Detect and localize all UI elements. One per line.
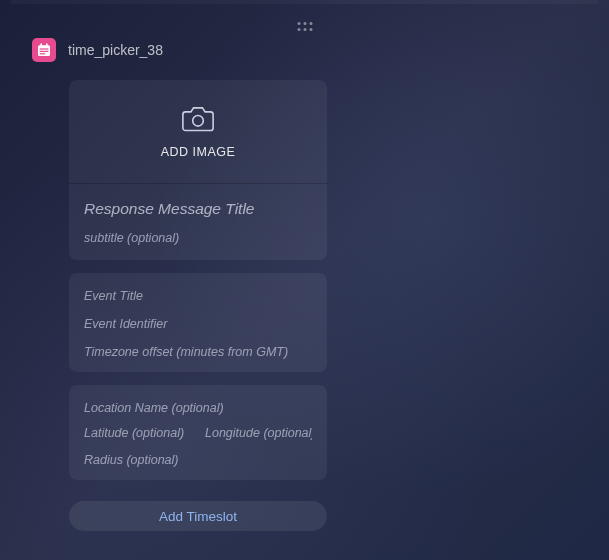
timezone-offset-input[interactable] xyxy=(84,345,312,359)
svg-rect-3 xyxy=(40,48,49,49)
svg-rect-5 xyxy=(40,53,46,54)
event-identifier-input[interactable] xyxy=(84,317,312,331)
svg-rect-2 xyxy=(46,43,48,46)
add-image-label: ADD IMAGE xyxy=(161,145,236,159)
location-details-card xyxy=(69,385,327,480)
svg-rect-1 xyxy=(40,43,42,46)
component-title: time_picker_38 xyxy=(68,42,163,58)
svg-point-6 xyxy=(193,115,204,126)
add-image-button[interactable]: ADD IMAGE xyxy=(69,80,327,184)
event-title-input[interactable] xyxy=(84,289,312,303)
camera-icon xyxy=(182,105,214,133)
drag-handle-icon[interactable] xyxy=(297,22,312,31)
svg-rect-4 xyxy=(40,51,49,52)
response-subtitle-input[interactable] xyxy=(84,231,312,245)
longitude-input[interactable] xyxy=(205,426,312,440)
component-header: time_picker_38 xyxy=(0,0,609,62)
location-name-input[interactable] xyxy=(84,401,312,415)
latitude-input[interactable] xyxy=(84,426,191,440)
radius-input[interactable] xyxy=(84,453,312,467)
add-timeslot-button[interactable]: Add Timeslot xyxy=(69,501,327,531)
calendar-icon xyxy=(32,38,56,62)
response-title-input[interactable] xyxy=(84,200,312,218)
event-details-card xyxy=(69,273,327,372)
response-message-card: ADD IMAGE xyxy=(69,80,327,260)
